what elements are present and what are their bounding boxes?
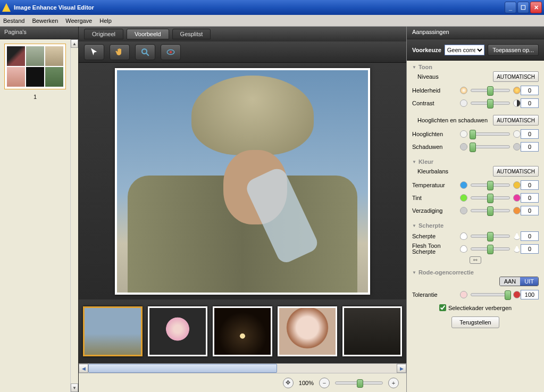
scroll-up-icon[interactable]: ▲ (71, 39, 78, 48)
redeye-tool[interactable] (161, 44, 181, 60)
horizontal-scrollbar[interactable]: ◀ ▶ (79, 363, 406, 373)
pages-scrollbar[interactable]: ▲ ▼ (70, 39, 78, 392)
toolbar (79, 41, 406, 63)
highlights-slider[interactable] (471, 132, 510, 136)
fleshtone-value[interactable]: 0 (521, 244, 539, 254)
temperature-slider[interactable] (471, 184, 510, 187)
minimize-button[interactable]: _ (505, 2, 516, 13)
highlights-min-icon (460, 130, 467, 138)
menu-view[interactable]: Weergave (65, 18, 92, 24)
scroll-right-icon[interactable]: ▶ (397, 364, 406, 373)
section-redeye[interactable]: Rode-ogencorrectie (412, 269, 539, 276)
left-panel: Pagina's 1 ▲ ▼ (0, 27, 79, 392)
highlights-label: Hooglichten (412, 131, 460, 137)
close-button[interactable]: ✕ (530, 2, 542, 13)
tolerance-slider[interactable] (471, 293, 510, 296)
window-titlebar: Image Enhance Visual Editor _ ☐ ✕ (0, 0, 544, 15)
hide-selection-label: Selectiekader verbergen (448, 305, 512, 311)
zoom-out-button[interactable]: − (319, 378, 330, 388)
tab-preview[interactable]: Voorbeeld (127, 29, 169, 39)
brightness-slider[interactable] (471, 89, 510, 92)
auto-levels-button[interactable]: AUTOMATISCH (493, 71, 539, 82)
sharp-soft-icon (460, 232, 467, 240)
filmstrip (79, 299, 406, 363)
menu-file[interactable]: Bestand (3, 18, 24, 24)
menu-help[interactable]: Help (99, 18, 112, 24)
thumbnail-5[interactable] (342, 306, 402, 356)
auto-hilo-button[interactable]: AUTOMATISCH (493, 115, 539, 126)
scroll-left-icon[interactable]: ◀ (79, 364, 88, 373)
thumbnail-4[interactable] (278, 306, 337, 356)
contrast-slider[interactable] (471, 102, 510, 105)
adjustments-panel: Aanpassingen Voorkeuze Geen correctie To… (406, 27, 544, 392)
maximize-button[interactable]: ☐ (517, 2, 529, 13)
preset-select[interactable]: Geen correctie (445, 45, 485, 55)
temperature-value[interactable]: 0 (521, 180, 539, 190)
adjustments-header: Aanpassingen (407, 27, 544, 39)
saturation-slider[interactable] (471, 209, 510, 212)
section-tone[interactable]: Toon (412, 64, 539, 70)
sun-dim-icon (460, 87, 467, 94)
menubar: Bestand Bewerken Weergave Help (0, 15, 544, 27)
section-sharp[interactable]: Scherpte (412, 222, 539, 229)
fit-screen-icon[interactable]: ✥ (283, 378, 294, 388)
page-thumbnail-1[interactable] (4, 44, 66, 89)
scroll-thumb[interactable] (88, 364, 277, 373)
tab-original[interactable]: Origineel (84, 29, 123, 39)
highlights-value[interactable]: 0 (521, 129, 539, 139)
tab-split[interactable]: Gesplitst (172, 29, 211, 39)
toggle-on[interactable]: AAN (500, 277, 521, 286)
pointer-tool[interactable] (84, 44, 104, 60)
tint-value[interactable]: 0 (521, 193, 539, 203)
temp-cold-icon (460, 181, 467, 189)
zoom-tool[interactable] (135, 44, 155, 60)
svg-point-3 (170, 51, 172, 53)
tol-high-icon (513, 291, 521, 298)
toggle-off[interactable]: UIT (520, 277, 538, 286)
scroll-down-icon[interactable]: ▼ (71, 383, 78, 392)
zoom-slider[interactable] (335, 381, 383, 385)
zoom-in-button[interactable]: + (388, 378, 399, 388)
image-viewport[interactable] (79, 63, 406, 299)
sharpness-slider[interactable] (471, 235, 510, 238)
reset-button[interactable]: Terugstellen (451, 316, 499, 328)
tint-green-icon (460, 194, 467, 202)
sharpness-label: Scherpte (412, 233, 460, 239)
thumbnail-1[interactable] (83, 306, 143, 356)
fleshtone-label: Flesh Toon Scherpte (412, 243, 460, 255)
tint-slider[interactable] (471, 196, 510, 199)
shadows-label: Schaduwen (412, 144, 460, 150)
contrast-value[interactable]: 0 (521, 98, 539, 108)
sharp-hard-icon (513, 232, 521, 240)
thumbnail-3[interactable] (213, 306, 272, 356)
sat-low-icon (460, 207, 467, 214)
sharpness-value[interactable]: 0 (521, 231, 539, 241)
tint-magenta-icon (513, 194, 521, 202)
zoom-percent: 100% (299, 380, 314, 386)
section-color[interactable]: Kleur (412, 159, 539, 165)
preset-row: Voorkeuze Geen correctie Toepassen op... (407, 39, 544, 61)
tolerance-label: Tolerantie (412, 291, 460, 298)
svg-line-1 (146, 53, 149, 56)
page-thumbnails: 1 (0, 39, 70, 392)
shadows-value[interactable]: 0 (521, 142, 539, 152)
apply-preset-button[interactable]: Toepassen op... (488, 44, 539, 56)
main-image (115, 68, 370, 295)
tolerance-value[interactable]: 100 (521, 290, 539, 299)
sun-bright-icon (513, 87, 521, 94)
tol-low-icon (460, 291, 467, 298)
link-sharpness-icon[interactable]: ⚯ (470, 256, 481, 264)
brightness-label: Helderheid (412, 87, 460, 94)
redeye-toggle[interactable]: AAN UIT (499, 277, 539, 286)
hide-selection-checkbox[interactable] (439, 304, 446, 311)
saturation-value[interactable]: 0 (521, 206, 539, 215)
levels-label: Niveaus (412, 73, 439, 80)
brightness-value[interactable]: 0 (521, 86, 539, 95)
shadows-slider[interactable] (471, 145, 510, 148)
hand-tool[interactable] (110, 44, 130, 60)
auto-color-button[interactable]: AUTOMATISCH (493, 166, 539, 177)
menu-edit[interactable]: Bewerken (32, 18, 58, 24)
zoom-bar: ✥ 100% − + (79, 373, 406, 392)
fleshtone-slider[interactable] (471, 247, 510, 251)
thumbnail-2[interactable] (148, 306, 207, 356)
